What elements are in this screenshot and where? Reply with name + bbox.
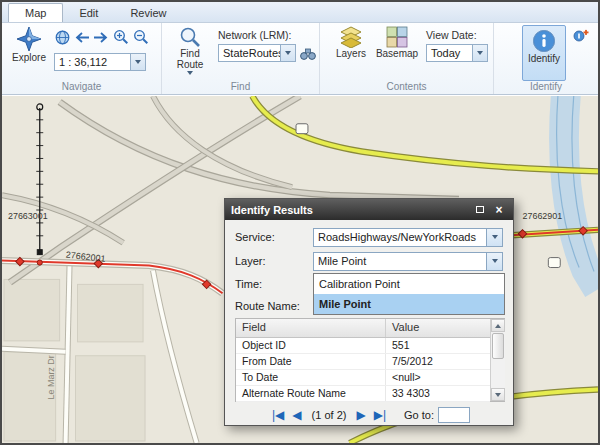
chevron-down-icon <box>477 51 483 55</box>
chevron-down-icon <box>492 259 498 263</box>
table-scrollbar[interactable] <box>490 319 505 401</box>
identify-results-dialog: Identify Results × Service: RoadsHighway… <box>224 198 514 426</box>
layers-label: Layers <box>336 48 366 59</box>
group-navigate: Explore 1 : 36,112 Navigate <box>2 23 162 94</box>
dialog-title: Identify Results <box>231 204 313 216</box>
value-cell: <null> <box>386 370 490 385</box>
service-combobox[interactable]: RoadsHighways/NewYorkRoads <box>313 228 503 247</box>
map-scale-combobox[interactable]: 1 : 36,112 <box>54 53 146 71</box>
route-id-label-right: 27662901 <box>523 211 563 221</box>
scroll-down-button[interactable] <box>491 388 505 401</box>
chevron-down-icon <box>135 60 141 64</box>
network-lrm-label: Network (LRM): <box>218 29 292 41</box>
tab-review[interactable]: Review <box>114 4 182 22</box>
route-name-label: Route Name: <box>235 300 313 312</box>
time-label: Time: <box>235 278 313 290</box>
group-contents: Layers Basemap View Date: Today Contents <box>320 23 494 94</box>
table-row: From Date 7/5/2012 <box>236 354 490 370</box>
close-button[interactable]: × <box>491 203 507 217</box>
network-dropdown-button[interactable] <box>280 45 295 61</box>
page-indicator: (1 of 2) <box>312 409 347 421</box>
full-extent-globe-icon[interactable] <box>54 29 71 46</box>
chevron-down-icon <box>187 71 193 75</box>
explore-button[interactable]: Explore <box>7 26 51 80</box>
zoom-out-icon[interactable] <box>132 28 149 45</box>
route-id-label-left: 27663001 <box>8 211 48 221</box>
scrollbar-thumb[interactable] <box>492 333 504 359</box>
identify-button-label: Identify <box>528 53 560 64</box>
previous-extent-arrow-icon[interactable] <box>74 29 91 46</box>
value-cell: 33 4303 <box>386 386 490 401</box>
group-label-navigate: Navigate <box>2 81 161 92</box>
identify-plus-icon[interactable] <box>572 27 589 44</box>
goto-label: Go to: <box>404 409 434 421</box>
triangle-up-icon <box>495 324 501 328</box>
group-label-identify: Identify <box>494 81 598 92</box>
field-cell: Alternate Route Name <box>236 386 386 401</box>
service-dropdown-button[interactable] <box>486 229 502 246</box>
value-cell: 551 <box>386 338 490 353</box>
layer-value: Mile Point <box>318 255 366 267</box>
view-date-combobox[interactable]: Today <box>426 44 488 62</box>
table-header-row: Field Value <box>236 319 490 338</box>
layer-dropdown-list: Calibration Point Mile Point <box>313 273 505 315</box>
next-extent-arrow-icon[interactable] <box>92 29 109 46</box>
find-route-label-2: Route <box>177 59 204 70</box>
first-page-button[interactable]: |◀ <box>272 408 284 422</box>
column-header-value: Value <box>386 319 490 337</box>
scale-dropdown-button[interactable] <box>130 54 145 70</box>
table-row: To Date <null> <box>236 370 490 386</box>
attribute-table: Field Value Object ID 551 From Date 7/5/… <box>235 318 505 402</box>
dropdown-option-calibration-point[interactable]: Calibration Point <box>314 274 504 294</box>
compass-explore-icon <box>16 26 42 52</box>
layer-dropdown-button[interactable] <box>486 253 502 270</box>
map-scale-value: 1 : 36,112 <box>59 56 107 68</box>
find-route-magnifier-icon <box>179 26 201 48</box>
table-row: Alternate Route Name 33 4303 <box>236 386 490 402</box>
view-date-label: View Date: <box>426 29 477 41</box>
chevron-down-icon <box>285 51 291 55</box>
dialog-title-bar[interactable]: Identify Results × <box>225 199 513 220</box>
last-page-button[interactable]: ▶| <box>374 408 386 422</box>
view-date-dropdown-button[interactable] <box>472 45 487 61</box>
maximize-icon <box>476 206 484 213</box>
network-lrm-combobox[interactable]: StateRoutes <box>218 44 296 62</box>
goto-page-input[interactable] <box>438 407 470 423</box>
explore-label: Explore <box>12 52 46 63</box>
previous-page-button[interactable]: ◀ <box>292 408 301 422</box>
layers-button[interactable]: Layers <box>330 26 372 80</box>
find-route-button[interactable]: Find Route <box>170 26 210 82</box>
tab-map[interactable]: Map <box>8 3 63 22</box>
identify-button[interactable]: Identify <box>522 25 566 81</box>
maximize-button[interactable] <box>472 203 488 217</box>
pagination-bar: |◀ ◀ (1 of 2) ▶ ▶| Go to: <box>225 405 513 425</box>
group-label-find: Find <box>162 81 319 92</box>
basemap-button[interactable]: Basemap <box>374 26 420 80</box>
field-cell: Object ID <box>236 338 386 353</box>
dropdown-option-mile-point[interactable]: Mile Point <box>314 294 504 314</box>
layer-combobox[interactable]: Mile Point <box>313 252 503 271</box>
zoom-in-icon[interactable] <box>112 28 129 45</box>
triangle-down-icon <box>495 393 501 397</box>
chevron-down-icon <box>492 235 498 239</box>
application-window: Map Edit Review Explore <box>0 0 600 445</box>
field-cell: To Date <box>236 370 386 385</box>
next-page-button[interactable]: ▶ <box>356 408 365 422</box>
field-cell: From Date <box>236 354 386 369</box>
ribbon: Explore 1 : 36,112 Navigate <box>2 23 598 95</box>
value-cell: 7/5/2012 <box>386 354 490 369</box>
network-lrm-value: StateRoutes <box>223 47 284 59</box>
view-date-value: Today <box>431 47 460 59</box>
service-label: Service: <box>235 231 313 243</box>
scroll-up-button[interactable] <box>491 319 505 332</box>
tab-edit[interactable]: Edit <box>63 4 114 22</box>
identify-info-icon <box>532 29 556 53</box>
table-row: Object ID 551 <box>236 338 490 354</box>
service-value: RoadsHighways/NewYorkRoads <box>318 231 476 243</box>
find-route-label-1: Find <box>180 48 199 59</box>
ribbon-tab-bar: Map Edit Review <box>2 2 598 23</box>
group-identify: Identify Identify <box>494 23 598 94</box>
binoculars-icon[interactable] <box>299 45 316 62</box>
basemap-label: Basemap <box>376 48 418 59</box>
layers-icon <box>339 26 363 48</box>
